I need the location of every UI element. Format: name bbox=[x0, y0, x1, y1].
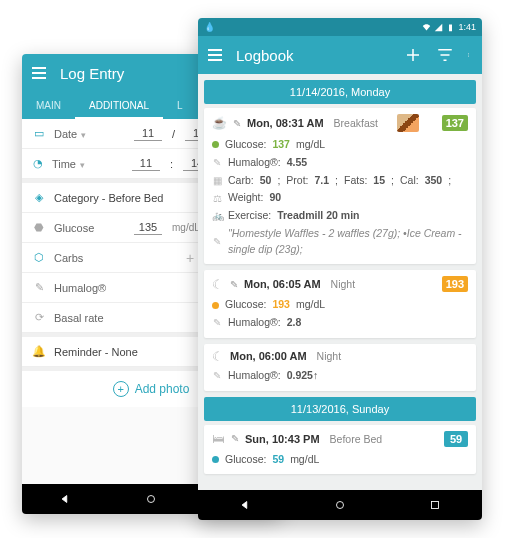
bed-icon: 🛏 bbox=[212, 432, 225, 445]
edit-icon: ✎ bbox=[230, 279, 238, 290]
time-hh[interactable]: 11 bbox=[132, 156, 160, 171]
chevron-down-icon: ▾ bbox=[80, 160, 85, 170]
svg-point-9 bbox=[468, 53, 469, 54]
back-icon[interactable] bbox=[58, 492, 72, 506]
entry-meal: Breakfast bbox=[334, 117, 378, 129]
svg-point-12 bbox=[336, 502, 343, 509]
entry-time: Mon, 06:05 AM bbox=[244, 278, 321, 290]
dot-icon bbox=[212, 456, 219, 463]
glucose-label: Glucose bbox=[54, 222, 124, 234]
svg-rect-13 bbox=[431, 502, 438, 509]
plus-icon[interactable] bbox=[404, 46, 422, 64]
note-icon: ✎ bbox=[212, 234, 222, 249]
android-navbar bbox=[198, 490, 482, 520]
syringe-icon: ✎ bbox=[212, 315, 222, 330]
battery-icon bbox=[446, 23, 455, 32]
syringe-icon: ✎ bbox=[32, 281, 46, 295]
add-carbs-icon[interactable]: + bbox=[186, 250, 194, 266]
calendar-icon: ▭ bbox=[32, 127, 46, 141]
filter-icon[interactable] bbox=[436, 46, 454, 64]
app-drop-icon: 💧 bbox=[204, 22, 215, 32]
syringe-icon: ✎ bbox=[212, 368, 222, 383]
home-icon[interactable] bbox=[144, 492, 158, 506]
carbs-icon: ⬡ bbox=[32, 251, 46, 265]
log-entry[interactable]: ☾ ✎ Mon, 06:05 AM Night 193 Glucose: 193… bbox=[204, 270, 476, 338]
tab-main[interactable]: MAIN bbox=[22, 92, 75, 119]
date-mm[interactable]: 11 bbox=[134, 126, 162, 141]
scale-icon: ⚖ bbox=[212, 191, 222, 206]
more-icon[interactable] bbox=[468, 46, 472, 64]
phone-logbook: 💧 1:41 Logbook 11/14/2016, Monday ☕ ✎ Mo… bbox=[198, 18, 482, 520]
entry-note: "Homestyle Waffles - 2 waffles (27g); •I… bbox=[228, 226, 468, 258]
appbar-right: Logbook bbox=[198, 36, 482, 74]
bell-icon: 🔔 bbox=[32, 345, 46, 359]
back-icon[interactable] bbox=[238, 498, 252, 512]
status-time: 1:41 bbox=[458, 22, 476, 32]
statusbar: 💧 1:41 bbox=[198, 18, 482, 36]
glucose-badge: 59 bbox=[444, 431, 468, 447]
log-entry[interactable]: 🛏 ✎ Sun, 10:43 PM Before Bed 59 Glucose:… bbox=[204, 425, 476, 475]
basal-label: Basal rate bbox=[54, 312, 124, 324]
log-entry[interactable]: ☕ ✎ Mon, 08:31 AM Breakfast 137 Glucose:… bbox=[204, 108, 476, 264]
svg-point-6 bbox=[148, 496, 155, 503]
moon-icon: ☾ bbox=[212, 278, 224, 291]
day-header: 11/13/2016, Sunday bbox=[204, 397, 476, 421]
glucose-value[interactable]: 135 bbox=[134, 220, 162, 235]
glucose-unit: mg/dL bbox=[172, 222, 200, 233]
entry-time: Sun, 10:43 PM bbox=[245, 433, 320, 445]
entry-time: Mon, 06:00 AM bbox=[230, 350, 307, 362]
date-label: Date bbox=[54, 128, 77, 140]
signal-icon bbox=[434, 23, 443, 32]
breakfast-icon: ☕ bbox=[212, 116, 227, 130]
svg-point-11 bbox=[468, 56, 469, 57]
tag-icon: ◈ bbox=[32, 191, 46, 205]
log-entry[interactable]: ☾ Mon, 06:00 AM Night ✎Humalog®: 0.925↑ bbox=[204, 344, 476, 391]
dot-icon bbox=[212, 141, 219, 148]
dot-icon bbox=[212, 302, 219, 309]
chevron-down-icon: ▾ bbox=[81, 130, 86, 140]
nutrition-icon: ▦ bbox=[212, 173, 222, 188]
appbar-title: Logbook bbox=[236, 47, 390, 64]
edit-icon: ✎ bbox=[233, 118, 241, 129]
moon-icon: ☾ bbox=[212, 350, 224, 363]
logbook-body[interactable]: 11/14/2016, Monday ☕ ✎ Mon, 08:31 AM Bre… bbox=[198, 74, 482, 490]
plus-icon: + bbox=[113, 381, 129, 397]
basal-icon: ⟳ bbox=[32, 311, 46, 325]
tab-last[interactable]: L bbox=[163, 92, 197, 119]
entry-meal: Night bbox=[317, 350, 342, 362]
glucose-badge: 137 bbox=[442, 115, 468, 131]
tab-additional[interactable]: ADDITIONAL bbox=[75, 92, 163, 119]
menu-icon[interactable] bbox=[32, 67, 46, 79]
svg-rect-8 bbox=[449, 24, 452, 31]
edit-icon: ✎ bbox=[231, 433, 239, 444]
humalog-label: Humalog® bbox=[54, 282, 124, 294]
entry-meal: Before Bed bbox=[330, 433, 383, 445]
reminder-label: Reminder - None bbox=[54, 346, 138, 358]
add-photo-label: Add photo bbox=[135, 382, 190, 396]
syringe-icon: ✎ bbox=[212, 155, 222, 170]
day-header: 11/14/2016, Monday bbox=[204, 80, 476, 104]
clock-icon: ◔ bbox=[32, 157, 44, 171]
wifi-icon bbox=[422, 23, 431, 32]
carbs-label: Carbs bbox=[54, 252, 124, 264]
svg-point-10 bbox=[468, 55, 469, 56]
appbar-title: Log Entry bbox=[60, 65, 206, 82]
drop-icon: ⬣ bbox=[32, 221, 46, 235]
glucose-badge: 193 bbox=[442, 276, 468, 292]
menu-icon[interactable] bbox=[208, 49, 222, 61]
entry-meal: Night bbox=[331, 278, 356, 290]
home-icon[interactable] bbox=[333, 498, 347, 512]
food-thumb bbox=[397, 114, 419, 132]
bike-icon: 🚲 bbox=[212, 208, 222, 223]
time-label: Time bbox=[52, 158, 76, 170]
category-label: Category - Before Bed bbox=[54, 192, 163, 204]
recent-icon[interactable] bbox=[428, 498, 442, 512]
entry-time: Mon, 08:31 AM bbox=[247, 117, 324, 129]
